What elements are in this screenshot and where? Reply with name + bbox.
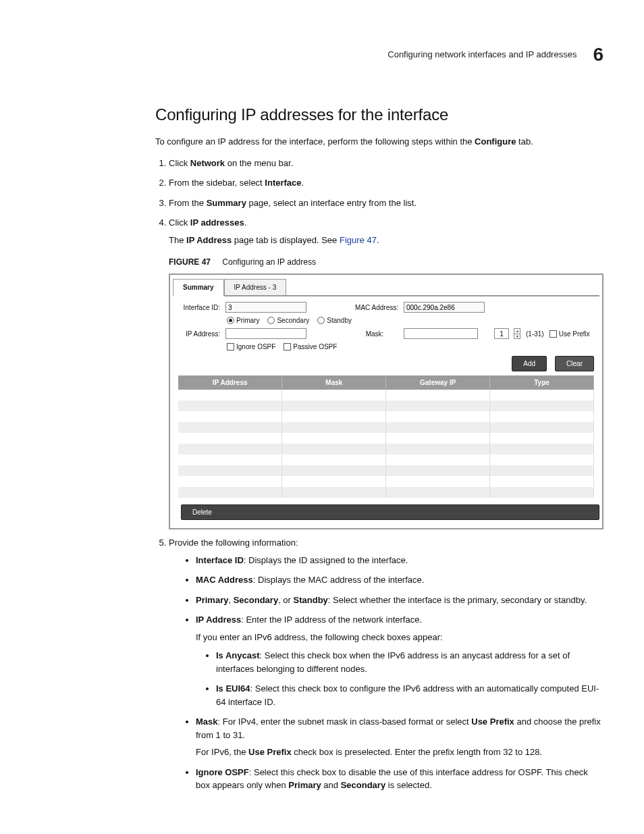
- table-row[interactable]: [178, 411, 594, 422]
- step-5: Provide the following information: Inter…: [169, 536, 603, 792]
- passive-ospf-checkbox[interactable]: Passive OSPF: [284, 342, 337, 352]
- label-interface-id: Interface ID:: [180, 303, 220, 313]
- bullet-mask: Mask: For IPv4, enter the subnet mask in…: [196, 715, 603, 759]
- tab-bar: Summary IP Address - 3: [173, 278, 599, 296]
- table-row[interactable]: [178, 400, 594, 411]
- table-row[interactable]: [178, 454, 594, 465]
- col-ip: IP Address: [178, 375, 282, 390]
- chapter-number: 6: [593, 41, 603, 69]
- figure-link[interactable]: Figure 47: [340, 235, 377, 245]
- mask-field[interactable]: [404, 328, 478, 339]
- table-row[interactable]: [178, 444, 594, 454]
- table-row[interactable]: [178, 465, 594, 476]
- label-mac-address: MAC Address:: [351, 303, 398, 313]
- section-title: Configuring IP addresses for the interfa…: [155, 103, 603, 127]
- step-2: From the sidebar, select Interface.: [169, 176, 603, 190]
- use-prefix-checkbox[interactable]: Use Prefix: [549, 329, 590, 339]
- label-ip-address: IP Address:: [180, 329, 220, 339]
- add-button[interactable]: Add: [512, 356, 547, 371]
- type-radioset: Primary Secondary Standby: [227, 315, 352, 325]
- col-mask: Mask: [282, 375, 386, 390]
- figure-47: Summary IP Address - 3 Interface ID: MAC…: [169, 273, 603, 529]
- bullet-ignore-ospf: Ignore OSPF: Select this check box to di…: [196, 766, 603, 792]
- interface-id-field[interactable]: [225, 302, 306, 313]
- bullet-is-eui64: Is EUI64: Select this check box to confi…: [216, 682, 603, 708]
- ip-table: IP Address Mask Gateway IP Type: [178, 375, 594, 498]
- delete-button[interactable]: Delete: [181, 504, 599, 520]
- ip-address-field[interactable]: [225, 328, 306, 339]
- mac-address-field[interactable]: [404, 302, 485, 313]
- table-row[interactable]: [178, 422, 594, 433]
- bullet-ip-address: IP Address: Enter the IP address of the …: [196, 613, 603, 708]
- figure-caption: FIGURE 47 Configuring an IP address: [169, 256, 603, 268]
- info-bullets: Interface ID: Displays the ID assigned t…: [169, 554, 603, 792]
- prefix-range: (1-31): [526, 329, 544, 339]
- col-gateway: Gateway IP: [386, 375, 490, 390]
- table-row[interactable]: [178, 476, 594, 487]
- table-row[interactable]: [178, 487, 594, 498]
- bullet-mac-address: MAC Address: Displays the MAC address of…: [196, 573, 603, 587]
- table-row[interactable]: [178, 390, 594, 400]
- radio-secondary[interactable]: Secondary: [267, 315, 309, 325]
- label-mask: Mask:: [351, 329, 398, 339]
- step-1: Click Network on the menu bar.: [169, 157, 603, 170]
- radio-primary[interactable]: Primary: [227, 315, 259, 325]
- bullet-interface-id: Interface ID: Displays the ID assigned t…: [196, 554, 603, 567]
- steps-list: Click Network on the menu bar. From the …: [155, 157, 603, 792]
- step-4: Click IP addresses. The IP Address page …: [169, 216, 603, 529]
- prefix-spinner[interactable]: ▴▾: [514, 328, 520, 339]
- bullet-primary-secondary-standby: Primary, Secondary, or Standby: Select w…: [196, 594, 603, 607]
- ignore-ospf-checkbox[interactable]: Ignore OSPF: [227, 342, 275, 352]
- running-header: Configuring network interfaces and IP ad…: [41, 41, 603, 69]
- table-row[interactable]: [178, 433, 594, 444]
- bullet-is-anycast: Is Anycast: Select this check box when t…: [216, 649, 603, 675]
- step-3: From the Summary page, select an interfa…: [169, 197, 603, 210]
- tab-ip-address[interactable]: IP Address - 3: [224, 279, 287, 295]
- clear-button[interactable]: Clear: [555, 356, 594, 371]
- col-type: Type: [490, 375, 594, 390]
- header-text: Configuring network interfaces and IP ad…: [387, 48, 576, 61]
- radio-standby[interactable]: Standby: [317, 315, 352, 325]
- tab-summary[interactable]: Summary: [173, 279, 224, 296]
- prefix-spinner-value[interactable]: [494, 328, 509, 339]
- intro-paragraph: To configure an IP address for the inter…: [155, 135, 603, 149]
